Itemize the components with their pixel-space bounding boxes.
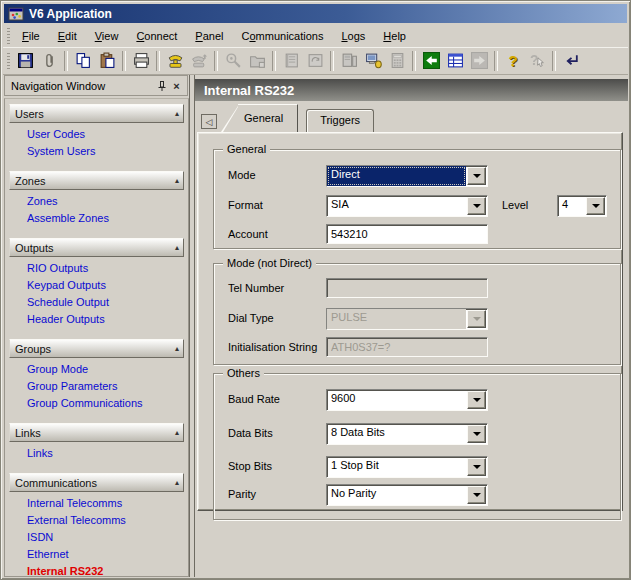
chevron-down-icon[interactable] — [467, 425, 486, 443]
menu-edit[interactable]: Edit — [49, 27, 86, 45]
chevron-down-icon[interactable] — [467, 310, 486, 328]
chevron-down-icon[interactable] — [467, 197, 486, 215]
nav-link-group-mode[interactable]: Group Mode — [27, 362, 88, 377]
calculator-button[interactable] — [385, 49, 409, 73]
tab-triggers[interactable]: Triggers — [306, 109, 374, 132]
section-header-links[interactable]: Links▴ — [9, 423, 184, 442]
parity-combobox[interactable]: No Parity — [326, 484, 488, 506]
group-label: Mode (not Direct) — [223, 257, 316, 270]
nav-link-isdn[interactable]: ISDN — [27, 530, 53, 545]
toolbar-separator — [494, 51, 498, 71]
section-header-users[interactable]: Users▴ — [9, 104, 184, 123]
panel-overview-button[interactable] — [443, 49, 467, 73]
nav-back-button[interactable] — [419, 49, 443, 73]
menu-help[interactable]: Help — [374, 27, 415, 45]
connect-phone-button[interactable] — [163, 49, 187, 73]
nav-link-system-users[interactable]: System Users — [27, 144, 95, 159]
apply-button[interactable] — [559, 49, 583, 73]
paste-button[interactable] — [95, 49, 119, 73]
collapse-icon[interactable]: ▴ — [175, 243, 179, 252]
collapse-icon[interactable]: ▴ — [175, 344, 179, 353]
help-button[interactable]: ? — [501, 49, 525, 73]
dial-button[interactable] — [221, 49, 245, 73]
combobox-value: SIA — [327, 196, 466, 216]
nav-link-keypad-outputs[interactable]: Keypad Outputs — [27, 278, 106, 293]
section-header-zones[interactable]: Zones▴ — [9, 171, 184, 190]
menu-panel[interactable]: Panel — [186, 27, 232, 45]
context-help-button[interactable]: ? — [525, 49, 549, 73]
panel-body: ◁ GeneralTriggers GeneralModeDirectForma… — [197, 105, 626, 577]
mode-combobox[interactable]: Direct — [326, 165, 488, 187]
nav-link-zones[interactable]: Zones — [27, 194, 58, 209]
upload-phone-button[interactable] — [187, 49, 211, 73]
level-combobox[interactable]: 4 — [557, 195, 607, 217]
panel-computer-icon — [341, 52, 358, 69]
dial-type-combobox[interactable]: PULSE — [326, 308, 488, 330]
section-header-communications[interactable]: Communications▴ — [9, 473, 184, 492]
nav-link-external-telecomms[interactable]: External Telecomms — [27, 513, 126, 528]
baud-rate-combobox[interactable]: 9600 — [326, 389, 488, 411]
nav-link-links[interactable]: Links — [27, 446, 53, 461]
nav-forward-button[interactable] — [467, 49, 491, 73]
combobox-value: 9600 — [327, 390, 466, 410]
titlebar[interactable]: V6 Application — [4, 4, 627, 23]
nav-link-rio-outputs[interactable]: RIO Outputs — [27, 261, 88, 276]
nav-link-group-communications[interactable]: Group Communications — [27, 396, 143, 411]
dropdown-arrow — [473, 465, 481, 469]
event-log-button[interactable] — [279, 49, 303, 73]
account-input[interactable] — [326, 224, 488, 244]
window-title: V6 Application — [29, 7, 112, 21]
data-bits-combobox[interactable]: 8 Data Bits — [326, 423, 488, 445]
attach-button[interactable] — [37, 49, 61, 73]
menubar-grip[interactable] — [7, 28, 10, 44]
pin-icon[interactable] — [154, 79, 169, 93]
nav-link-header-outputs[interactable]: Header Outputs — [27, 312, 105, 327]
panel-computer-button[interactable] — [337, 49, 361, 73]
chevron-down-icon[interactable] — [467, 167, 486, 185]
close-icon[interactable]: × — [169, 79, 184, 93]
nav-link-assemble-zones[interactable]: Assemble Zones — [27, 211, 109, 226]
menu-file[interactable]: File — [13, 27, 49, 45]
nav-link-schedule-output[interactable]: Schedule Output — [27, 295, 109, 310]
menu-view[interactable]: View — [86, 27, 128, 45]
combobox-value: 1 Stop Bit — [327, 457, 466, 477]
chevron-down-icon[interactable] — [467, 458, 486, 476]
combobox-value: 8 Data Bits — [327, 424, 466, 444]
tab-scroll-left-button[interactable]: ◁ — [201, 114, 217, 129]
initialisation-string-input[interactable] — [326, 337, 488, 357]
sync-button[interactable] — [303, 49, 327, 73]
chevron-down-icon[interactable] — [467, 486, 486, 504]
tab-general[interactable]: General — [238, 104, 298, 132]
navigation-window-header[interactable]: Navigation Window × — [4, 75, 188, 96]
copy-button[interactable] — [71, 49, 95, 73]
collapse-icon[interactable]: ▴ — [175, 176, 179, 185]
toolbar-separator — [64, 51, 68, 71]
print-button[interactable] — [129, 49, 153, 73]
save-button[interactable] — [13, 49, 37, 73]
collapse-icon[interactable]: ▴ — [175, 109, 179, 118]
stop-bits-combobox[interactable]: 1 Stop Bit — [326, 456, 488, 478]
menu-communications[interactable]: Communications — [233, 27, 333, 45]
collapse-icon[interactable]: ▴ — [175, 478, 179, 487]
remote-computer-button[interactable] — [361, 49, 385, 73]
chevron-down-icon[interactable] — [586, 197, 605, 215]
section-header-groups[interactable]: Groups▴ — [9, 339, 184, 358]
format-combobox[interactable]: SIA — [326, 195, 488, 217]
nav-link-ethernet[interactable]: Ethernet — [27, 547, 69, 562]
paste-icon — [99, 52, 116, 69]
transfer-folder-button[interactable] — [245, 49, 269, 73]
help-icon: ? — [505, 52, 522, 69]
collapse-icon[interactable]: ▴ — [175, 428, 179, 437]
menu-connect[interactable]: Connect — [127, 27, 186, 45]
save-icon — [17, 52, 34, 69]
nav-link-user-codes[interactable]: User Codes — [27, 127, 85, 142]
nav-link-group-parameters[interactable]: Group Parameters — [27, 379, 117, 394]
chevron-down-icon[interactable] — [467, 391, 486, 409]
tel-number-input[interactable] — [326, 278, 488, 298]
section-header-outputs[interactable]: Outputs▴ — [9, 238, 184, 257]
nav-link-internal-rs232[interactable]: Internal RS232 — [27, 564, 103, 577]
toolbar-grip[interactable] — [7, 53, 10, 69]
menu-logs[interactable]: Logs — [332, 27, 374, 45]
toolbar-separator — [156, 51, 160, 71]
nav-link-internal-telecomms[interactable]: Internal Telecomms — [27, 496, 122, 511]
